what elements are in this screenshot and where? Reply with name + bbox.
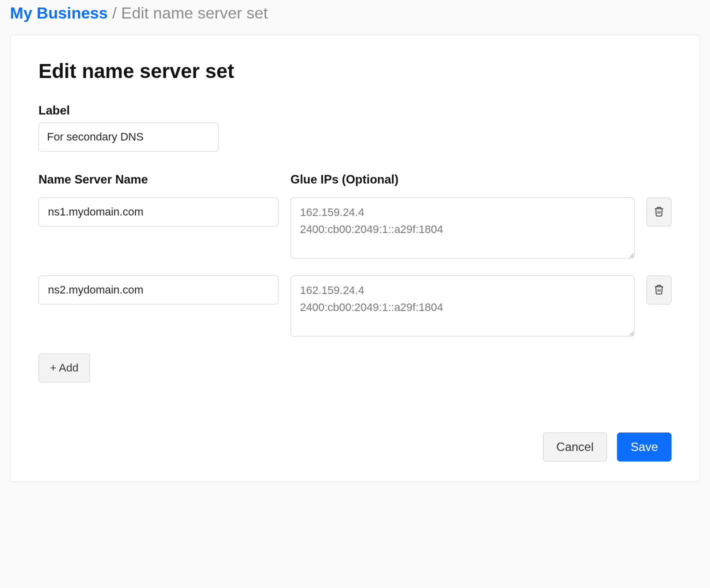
form-card: Edit name server set Label Name Server N…	[10, 34, 700, 482]
label-field-label: Label	[38, 104, 672, 118]
nameserver-glue-textarea[interactable]: 162.159.24.4 2400:cb00:2049:1::a29f:1804	[290, 198, 634, 258]
trash-icon	[654, 284, 664, 297]
breadcrumb-root-link[interactable]: My Business	[10, 4, 108, 22]
add-row-button[interactable]: + Add	[38, 354, 90, 382]
nameserver-name-input[interactable]	[38, 276, 278, 304]
glue-column-header: Glue IPs (Optional)	[290, 172, 672, 186]
trash-icon	[654, 206, 664, 219]
breadcrumb-current: Edit name server set	[121, 4, 268, 22]
delete-row-button[interactable]	[646, 198, 672, 226]
save-button[interactable]: Save	[617, 432, 672, 462]
page-title: Edit name server set	[38, 60, 672, 82]
nameserver-glue-textarea[interactable]: 162.159.24.4 2400:cb00:2049:1::a29f:1804	[290, 276, 634, 336]
label-field-group: Label	[38, 104, 672, 152]
nameserver-headers: Name Server Name Glue IPs (Optional)	[38, 172, 672, 192]
delete-row-button[interactable]	[646, 276, 672, 304]
breadcrumb: My Business / Edit name server set	[10, 0, 700, 34]
nameserver-row: 162.159.24.4 2400:cb00:2049:1::a29f:1804	[38, 276, 672, 336]
nameserver-row: 162.159.24.4 2400:cb00:2049:1::a29f:1804	[38, 198, 672, 258]
cancel-button[interactable]: Cancel	[543, 432, 608, 462]
form-actions: Cancel Save	[38, 432, 672, 462]
nameserver-name-input[interactable]	[38, 198, 278, 226]
breadcrumb-separator: /	[112, 4, 117, 22]
label-input[interactable]	[38, 122, 218, 152]
name-column-header: Name Server Name	[38, 172, 278, 186]
